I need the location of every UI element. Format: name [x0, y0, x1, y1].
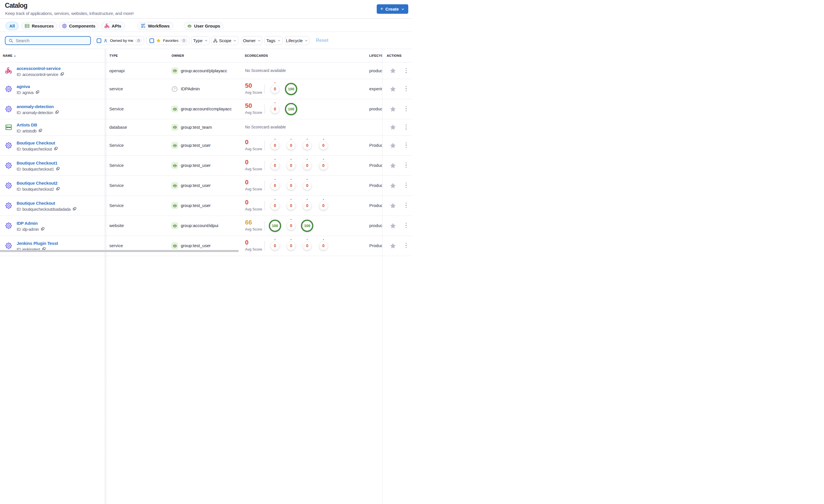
svg-text:?: ? — [174, 87, 175, 91]
